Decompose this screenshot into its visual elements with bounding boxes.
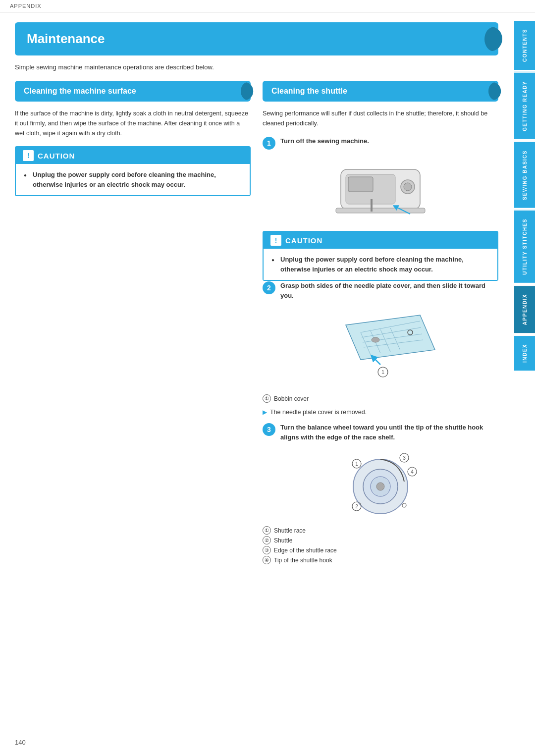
page-title: Maintenance	[15, 22, 498, 55]
left-section-body: If the surface of the machine is dirty, …	[15, 108, 251, 138]
needle-plate-illustration: 1	[321, 305, 440, 389]
sewing-machine-illustration	[331, 155, 430, 224]
svg-point-24	[376, 483, 384, 490]
svg-rect-6	[371, 199, 373, 212]
sidebar-tab-utility-stitches[interactable]: UTILITY STITCHES	[514, 210, 535, 283]
svg-text:2: 2	[355, 504, 358, 509]
right-column: Cleaning the shuttle Sewing performance …	[263, 81, 498, 571]
two-col-layout: Cleaning the machine surface If the surf…	[15, 81, 498, 571]
plate-legend: ① Bobbin cover	[263, 394, 498, 403]
step-3-num: 3	[263, 423, 275, 436]
shuttle-illustration: 1 2 3 4	[336, 447, 425, 521]
right-section-intro: Sewing performance will suffer if dust c…	[263, 108, 498, 128]
breadcrumb: APPENDIX	[0, 0, 535, 12]
right-caution-item-1: Unplug the power supply cord before clea…	[271, 255, 489, 274]
svg-text:4: 4	[411, 469, 414, 475]
svg-text:3: 3	[403, 455, 406, 461]
right-caution-header: ! CAUTION	[264, 232, 497, 249]
shuttle-legend-item-1: ① Shuttle race	[263, 526, 498, 535]
sidebar-tab-contents[interactable]: CONTENTS	[514, 20, 535, 70]
intro-text: Simple sewing machine maintenance operat…	[15, 63, 498, 71]
shuttle-legend-item-4: ④ Tip of the shuttle hook	[263, 556, 498, 564]
step-3-text: Turn the balance wheel toward you until …	[280, 423, 498, 442]
sidebar-tab-sewing-basics[interactable]: SEWING BASICS	[514, 141, 535, 208]
step-2-num: 2	[263, 281, 275, 294]
left-caution-body: Unplug the power supply cord before clea…	[16, 164, 250, 195]
plate-arrow-note: The needle plate cover is removed.	[263, 409, 498, 416]
right-caution-icon: !	[270, 235, 281, 246]
right-caution-box: ! CAUTION Unplug the power supply cord b…	[263, 231, 498, 281]
page-number: 140	[15, 739, 26, 746]
step-3: 3 Turn the balance wheel toward you unti…	[263, 423, 498, 564]
sidebar-tab-index[interactable]: INDEX	[514, 335, 535, 371]
step-2: 2 Grasp both sides of the needle plate c…	[263, 281, 498, 416]
shuttle-legend: ① Shuttle race ② Shuttle ③ Edge of the s…	[263, 526, 498, 564]
left-caution-item-1: Unplug the power supply cord before clea…	[24, 170, 242, 189]
svg-text:1: 1	[381, 369, 384, 375]
sidebar-tab-appendix[interactable]: APPENDIX	[514, 285, 535, 333]
left-caution-header: ! CAUTION	[16, 147, 250, 164]
step-1-header: 1 Turn off the sewing machine.	[263, 136, 498, 150]
shuttle-legend-item-3: ③ Edge of the shuttle race	[263, 546, 498, 554]
svg-point-4	[404, 183, 412, 191]
plate-legend-item-1: ① Bobbin cover	[263, 394, 498, 403]
left-caution-list: Unplug the power supply cord before clea…	[24, 170, 242, 189]
step-2-header: 2 Grasp both sides of the needle plate c…	[263, 281, 498, 300]
left-section-header: Cleaning the machine surface	[15, 81, 251, 102]
sidebar-tab-getting-ready[interactable]: GETTING READY	[514, 72, 535, 139]
left-column: Cleaning the machine surface If the surf…	[15, 81, 251, 196]
right-caution-body: Unplug the power supply cord before clea…	[264, 249, 497, 280]
step-3-header: 3 Turn the balance wheel toward you unti…	[263, 423, 498, 442]
shuttle-legend-item-2: ② Shuttle	[263, 536, 498, 544]
svg-rect-5	[336, 208, 425, 213]
svg-text:1: 1	[355, 461, 358, 467]
sidebar-tabs: CONTENTS GETTING READY SEWING BASICS UTI…	[514, 20, 535, 371]
svg-rect-2	[348, 177, 373, 192]
caution-icon: !	[23, 150, 34, 161]
step-2-text: Grasp both sides of the needle plate cov…	[280, 281, 498, 300]
svg-line-18	[373, 357, 380, 365]
left-caution-box: ! CAUTION Unplug the power supply cord b…	[15, 146, 251, 196]
main-content: Maintenance Simple sewing machine mainte…	[0, 22, 513, 591]
svg-point-16	[372, 337, 379, 342]
step-1: 1 Turn off the sewing machine.	[263, 136, 498, 224]
svg-point-25	[402, 503, 406, 507]
right-section-header: Cleaning the shuttle	[263, 81, 498, 102]
step-1-num: 1	[263, 137, 275, 150]
right-caution-list: Unplug the power supply cord before clea…	[271, 255, 489, 274]
breadcrumb-text: APPENDIX	[10, 3, 42, 9]
step-1-text: Turn off the sewing machine.	[280, 136, 369, 146]
